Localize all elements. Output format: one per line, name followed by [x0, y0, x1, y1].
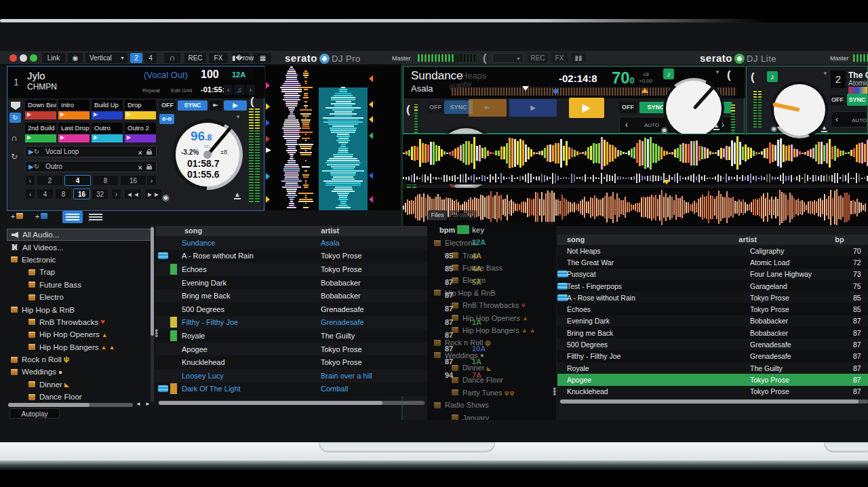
rec-button[interactable]: REC [184, 53, 206, 63]
track-row[interactable]: Loosey LucyBrain over a hill [156, 369, 427, 383]
track-row[interactable]: Dark Of The LightComball [156, 383, 427, 396]
jog-menu-icon-2[interactable]: ▼ [823, 71, 828, 77]
close-window-button[interactable] [9, 54, 17, 62]
lite-track-row[interactable]: 500 DegreesGrenadesafe87 [557, 338, 868, 350]
practice-mode-icon[interactable]: ◉ [68, 53, 83, 63]
cue-headphone-icon[interactable]: ∩ [11, 133, 17, 143]
loop-double-button[interactable]: › [722, 120, 724, 130]
lite-track-row[interactable]: EchoesTokyo Prose85 [557, 303, 868, 315]
minimize-window-button[interactable] [20, 54, 27, 62]
lite-track-row[interactable]: A - Rose without RainTokyo Prose85 [557, 292, 868, 303]
lite-bpm-column-header[interactable]: bp [835, 235, 844, 244]
eject-icon-lite1[interactable]: ▲ [713, 123, 719, 130]
turntable-mode-icon[interactable]: ◉ [162, 193, 169, 202]
keylock-note-icon[interactable]: ♪ [663, 69, 674, 79]
crate-item-hip-hop-openers[interactable]: Hip Hop Openers [7, 328, 153, 340]
lock-icon[interactable] [146, 149, 152, 155]
cue-return-icon[interactable]: ⇤ [210, 100, 222, 111]
track-row[interactable]: Filthy - Filthy JoeGrenadesafe [156, 316, 427, 330]
beatjump-fwd-button[interactable]: ►► [144, 189, 162, 199]
eject-icon-lite2[interactable]: ▲ [821, 125, 827, 132]
autoplay-button[interactable]: Autoplay [9, 408, 60, 418]
track-row[interactable]: Bring me BackBobabacker [156, 289, 427, 303]
lite-track-row[interactable]: Bring me BackBobabacker87 [557, 327, 868, 338]
loop-half-button[interactable]: ‹ [625, 120, 628, 130]
prev-track-button[interactable]: ‹ [224, 85, 233, 95]
track-row[interactable]: 500 DegreesGrenadesafe [156, 303, 427, 316]
lite-hscrollbar[interactable] [560, 400, 868, 404]
sampler-icon-lite[interactable]: ▮▮ [571, 53, 586, 63]
beatjump-back-button[interactable]: ◄◄ [124, 189, 142, 199]
repeat-button[interactable]: Repeat [142, 87, 160, 94]
lite-table-header[interactable]: song artist bp [557, 235, 868, 245]
lite-track-row[interactable]: Filthy - Filthy JoeGrenadesafe87 [557, 351, 868, 362]
lite-deck2-jog-wheel[interactable] [771, 81, 828, 138]
headphone-cue-icon[interactable]: ∩ [164, 53, 180, 63]
beatjump-size-4[interactable]: 4 [37, 189, 54, 199]
crate-item-electronic[interactable]: Electronic [7, 254, 153, 266]
beatjump-prev[interactable]: ‹ [25, 189, 35, 199]
midi-dropdown[interactable]: ▼ [492, 53, 524, 63]
auto-sync-icon[interactable]: ↻ [9, 113, 21, 123]
loop-half-button-2[interactable]: ‹ [835, 115, 838, 124]
track-row[interactable]: A - Rose without RainTokyo Prose [156, 250, 427, 263]
sidebar-vscrollbar[interactable] [151, 226, 154, 402]
lite-track-row[interactable]: Test - FingerpopsGarageland75 [557, 280, 868, 292]
add-crate-button[interactable]: + [7, 212, 27, 222]
beatjump-size-32[interactable]: 32 [92, 189, 108, 199]
panel-splitter-2[interactable]: ●●● [553, 387, 555, 395]
beatjump-size-8[interactable]: 8 [55, 189, 72, 199]
keylock-off-button[interactable]: OFF [159, 100, 176, 111]
key-column-header[interactable]: key [472, 226, 484, 234]
sync-button[interactable]: SYNC [178, 100, 208, 111]
cue-pad-4[interactable]: Drop [125, 100, 156, 120]
lite-artist-column-header[interactable]: artist [738, 235, 757, 244]
lite-main-waveform[interactable] [403, 134, 868, 171]
jog-menu-icon[interactable]: ▼ [715, 69, 720, 75]
crate-item-electronic[interactable]: Electronic [430, 237, 551, 249]
lite-deck2-off[interactable]: OFF [831, 95, 844, 105]
close-icon[interactable]: × [138, 162, 142, 173]
cue-pad-2[interactable]: Intro [58, 100, 90, 120]
track-row[interactable]: EchoesTokyo Prose [156, 262, 427, 276]
crate-item-dinner[interactable]: Dinner [7, 378, 153, 391]
beatjump-size-16[interactable]: 16 [73, 189, 90, 199]
loop-section-icon[interactable]: ↻ [11, 152, 18, 161]
track-row[interactable]: RoyaleThe Guilty [156, 329, 427, 343]
autoloop-size-4[interactable]: 4 [64, 175, 91, 186]
vinyl-mode-icon-2[interactable]: ◉ [771, 125, 777, 132]
lite-track-row[interactable]: KnuckleheadTokyo Prose87 [557, 386, 868, 397]
deck-count-4-button[interactable]: 4 [144, 53, 157, 63]
keylock-note-icon-2[interactable]: ♪ [767, 71, 778, 82]
eject-icon[interactable]: ▲ [234, 191, 241, 199]
library-view-button-active[interactable] [62, 211, 83, 223]
crate-item-party-tunes[interactable]: Party Tunes [430, 387, 551, 399]
crate-item-rnb-throwbacks[interactable]: RnB Throwbacks [7, 316, 153, 328]
autoloop-next[interactable]: › [146, 175, 157, 186]
lock-icon[interactable] [146, 164, 152, 170]
crate-item-electro[interactable]: Electro [7, 291, 153, 303]
artist-column-header[interactable]: artist [321, 227, 339, 235]
edit-grid-button[interactable]: Edit Grid [171, 87, 192, 94]
panel-splitter[interactable]: ●●● [155, 329, 157, 337]
crate-item-hip-hop-rnb[interactable]: Hip Hop & RnB [7, 303, 153, 315]
track-row[interactable]: SundanceAsala [156, 236, 427, 250]
crate-item-all-videos-[interactable]: All Videos... [7, 241, 153, 253]
lite-keylock-off[interactable]: OFF [619, 102, 637, 113]
close-icon[interactable]: × [138, 147, 142, 158]
crate-item-rock-n-roll[interactable]: Rock n Roll [7, 353, 153, 366]
crate-item-dance-floor[interactable]: Dance Floor [7, 391, 153, 402]
library-view-button-alt[interactable] [85, 211, 106, 223]
track-row[interactable]: ApogeeTokyo Prose [156, 343, 427, 356]
crate-item-trap[interactable]: Trap [7, 266, 153, 278]
lite-deck2-sync[interactable]: SYNC [847, 94, 867, 106]
link-button[interactable]: Link [42, 53, 65, 63]
lite-track-row[interactable]: PussycatFour Lane Highway73 [557, 269, 868, 280]
scroll-right-button[interactable]: ► [145, 401, 151, 407]
lite-song-column-header[interactable]: song [567, 235, 585, 244]
crate-item-hip-hop-bangers[interactable]: Hip Hop Bangers [7, 341, 153, 353]
rec-button-lite[interactable]: REC [528, 53, 548, 63]
lite-track-row[interactable]: The Great WarAtomic Load72 [557, 256, 868, 268]
lite-track-row[interactable]: Not HeapsCaligraphy70 [557, 245, 868, 256]
cue-pad-5[interactable]: 2nd Build [25, 123, 56, 143]
